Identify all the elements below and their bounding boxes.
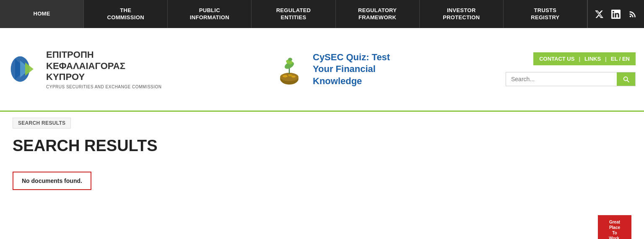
contact-us-link[interactable]: CONTACT US xyxy=(539,56,574,62)
search-button[interactable] xyxy=(617,72,635,86)
nav-regulated-entities[interactable]: REGULATEDENTITIES xyxy=(252,0,335,28)
great-place-badge: Great Place To Work. Certified xyxy=(598,215,631,239)
promo-image-icon xyxy=(273,53,306,86)
badge-line1: Great xyxy=(609,219,620,225)
logo-text: ΕΠΙΤΡΟΠΗΚΕΦΑΛΑΙΑΓΟΡΑΣΚΥΠΡΟΥ CYPRUS SECUR… xyxy=(46,49,162,89)
site-header: ΕΠΙΤΡΟΠΗΚΕΦΑΛΑΙΑΓΟΡΑΣΚΥΠΡΟΥ CYPRUS SECUR… xyxy=(0,28,644,112)
nav-investor-protection[interactable]: INVESTORPROTECTION xyxy=(420,0,504,28)
sep2: | xyxy=(605,56,607,62)
svg-point-12 xyxy=(288,58,292,61)
breadcrumb: SEARCH RESULTS xyxy=(13,118,71,128)
language-toggle[interactable]: EL / EN xyxy=(611,56,630,62)
linkedin-icon[interactable] xyxy=(610,8,622,21)
logo-area: ΕΠΙΤΡΟΠΗΚΕΦΑΛΑΙΑΓΟΡΑΣΚΥΠΡΟΥ CYPRUS SECUR… xyxy=(8,49,168,89)
no-documents-box: No documents found. xyxy=(13,172,91,190)
search-box xyxy=(506,72,636,86)
svg-marker-3 xyxy=(25,62,34,76)
promo-banner[interactable]: CySEC Quiz: Test Your Financial Knowledg… xyxy=(168,51,501,87)
nav-home[interactable]: HOME xyxy=(0,0,84,28)
no-documents-message: No documents found. xyxy=(22,177,82,184)
logo-english-name: CYPRUS SECURITIES AND EXCHANGE COMMISSIO… xyxy=(46,85,162,89)
cysec-logo-icon xyxy=(8,52,42,86)
nav-the-commission[interactable]: THECOMMISSION xyxy=(84,0,168,28)
social-links xyxy=(587,0,644,28)
rss-icon[interactable] xyxy=(626,8,639,21)
badge-line3: To xyxy=(612,230,617,236)
top-links-bar[interactable]: CONTACT US | LINKS | EL / EN xyxy=(533,52,636,65)
search-input[interactable] xyxy=(506,72,617,86)
nav-trusts-registry[interactable]: TRUSTSREGISTRY xyxy=(504,0,587,28)
search-icon xyxy=(622,75,630,83)
nav-regulatory-framework[interactable]: REGULATORYFRAMEWORK xyxy=(336,0,420,28)
page-title: SEARCH RESULTS xyxy=(13,137,631,155)
promo-title[interactable]: CySEC Quiz: Test Your Financial Knowledg… xyxy=(313,51,397,87)
header-right: CONTACT US | LINKS | EL / EN xyxy=(501,52,636,86)
main-navigation: HOME THECOMMISSION PUBLICINFORMATION REG… xyxy=(0,0,644,28)
svg-point-8 xyxy=(291,75,296,77)
main-content: SEARCH RESULTS No documents found. xyxy=(0,131,644,207)
breadcrumb-bar: SEARCH RESULTS xyxy=(0,112,644,131)
logo-greek-name: ΕΠΙΤΡΟΠΗΚΕΦΑΛΑΙΑΓΟΡΑΣΚΥΠΡΟΥ xyxy=(46,49,162,82)
twitter-icon[interactable] xyxy=(593,8,605,21)
links-link[interactable]: LINKS xyxy=(584,56,601,62)
badge-line2: Place xyxy=(609,225,620,230)
nav-public-information[interactable]: PUBLICINFORMATION xyxy=(168,0,252,28)
svg-point-5 xyxy=(280,73,299,81)
badge-line4: Work. xyxy=(609,236,621,239)
svg-point-6 xyxy=(283,75,288,77)
footer-area: Πιστοποιημένος εργοδότης Great Place to … xyxy=(0,207,644,239)
sep1: | xyxy=(579,56,580,62)
svg-point-7 xyxy=(288,74,292,76)
